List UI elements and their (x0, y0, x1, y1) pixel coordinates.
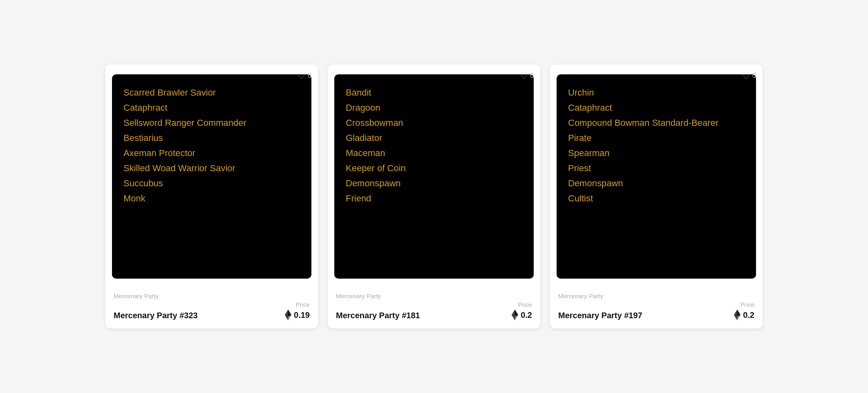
card-like[interactable]: ♡ 0 (520, 71, 534, 81)
price-amount: 0.2 (521, 310, 532, 320)
card-like[interactable]: ♡ 0 (298, 71, 311, 81)
card-top: ♡ 0 Scarred Brawler Savior Cataphract Se… (105, 65, 318, 285)
list-item: Monk (123, 192, 300, 205)
list-item: Keeper of Coin (346, 161, 522, 175)
card-image: Scarred Brawler Savior Cataphract Sellsw… (112, 74, 311, 279)
card-member-list: Scarred Brawler Savior Cataphract Sellsw… (123, 86, 300, 205)
card-price-block: Price 0.19 (285, 301, 310, 320)
card-1: ♡ 0 Bandit Dragoon Crossbowman Gladiator… (328, 65, 540, 328)
list-item: Demonspawn (568, 176, 745, 190)
price-label: Price (512, 301, 532, 308)
list-item: Axeman Protector (123, 146, 300, 160)
card-footer-bottom: Mercenary Party #323 Price 0.19 (114, 301, 310, 320)
card-name: Mercenary Party #197 (558, 311, 642, 320)
list-item: Cultist (568, 192, 745, 205)
list-item: Urchin (568, 86, 745, 99)
price-label: Price (734, 301, 754, 308)
list-item: Scarred Brawler Savior (123, 86, 300, 99)
eth-icon (512, 310, 518, 320)
card-footer: Mercenary Party Mercenary Party #323 Pri… (105, 285, 318, 328)
list-item: Bestiarius (123, 131, 300, 145)
list-item: Bandit (346, 86, 522, 99)
card-price-block: Price 0.2 (734, 301, 754, 320)
list-item: Compound Bowman Standard-Bearer (568, 116, 745, 130)
heart-icon: ♡ (520, 71, 528, 81)
list-item: Gladiator (346, 131, 522, 145)
list-item: Dragoon (346, 101, 522, 114)
list-item: Cataphract (568, 101, 745, 114)
price-value: 0.19 (285, 310, 310, 320)
collection-label: Mercenary Party (114, 293, 310, 299)
eth-icon (285, 310, 291, 320)
list-item: Spearman (568, 146, 745, 160)
card-name: Mercenary Party #323 (114, 311, 198, 320)
list-item: Priest (568, 161, 745, 175)
list-item: Crossbowman (346, 116, 522, 130)
heart-icon: ♡ (743, 71, 750, 81)
card-like[interactable]: ♡ 0 (743, 71, 756, 81)
card-price-block: Price 0.2 (512, 301, 532, 320)
like-count: 0 (752, 72, 756, 80)
heart-icon: ♡ (298, 71, 305, 81)
list-item: Pirate (568, 131, 745, 145)
card-top: ♡ 0 Urchin Cataphract Compound Bowman St… (550, 65, 763, 285)
card-member-list: Bandit Dragoon Crossbowman Gladiator Mac… (346, 86, 522, 205)
card-0: ♡ 0 Scarred Brawler Savior Cataphract Se… (105, 65, 318, 328)
collection-label: Mercenary Party (336, 293, 532, 299)
list-item: Sellsword Ranger Commander (123, 116, 300, 130)
price-amount: 0.2 (743, 310, 754, 320)
list-item: Demonspawn (346, 176, 522, 190)
card-image: Bandit Dragoon Crossbowman Gladiator Mac… (334, 74, 534, 279)
like-count: 0 (308, 72, 311, 80)
list-item: Cataphract (123, 101, 300, 114)
list-item: Maceman (346, 146, 522, 160)
price-value: 0.2 (734, 310, 754, 320)
card-footer: Mercenary Party Mercenary Party #197 Pri… (550, 285, 763, 328)
card-footer-bottom: Mercenary Party #181 Price 0.2 (336, 301, 532, 320)
card-2: ♡ 0 Urchin Cataphract Compound Bowman St… (550, 65, 763, 328)
eth-icon (734, 310, 740, 320)
cards-container: ♡ 0 Scarred Brawler Savior Cataphract Se… (107, 65, 761, 328)
like-count: 0 (530, 72, 534, 80)
card-footer: Mercenary Party Mercenary Party #181 Pri… (328, 285, 540, 328)
card-name: Mercenary Party #181 (336, 311, 420, 320)
card-image: Urchin Cataphract Compound Bowman Standa… (557, 74, 756, 279)
price-label: Price (285, 301, 310, 308)
collection-label: Mercenary Party (558, 293, 754, 299)
card-member-list: Urchin Cataphract Compound Bowman Standa… (568, 86, 745, 205)
list-item: Skilled Woad Warrior Savior (123, 161, 300, 175)
card-top: ♡ 0 Bandit Dragoon Crossbowman Gladiator… (328, 65, 540, 285)
list-item: Friend (346, 192, 522, 205)
list-item: Succubus (123, 176, 300, 190)
card-footer-bottom: Mercenary Party #197 Price 0.2 (558, 301, 754, 320)
price-amount: 0.19 (294, 310, 310, 320)
price-value: 0.2 (512, 310, 532, 320)
